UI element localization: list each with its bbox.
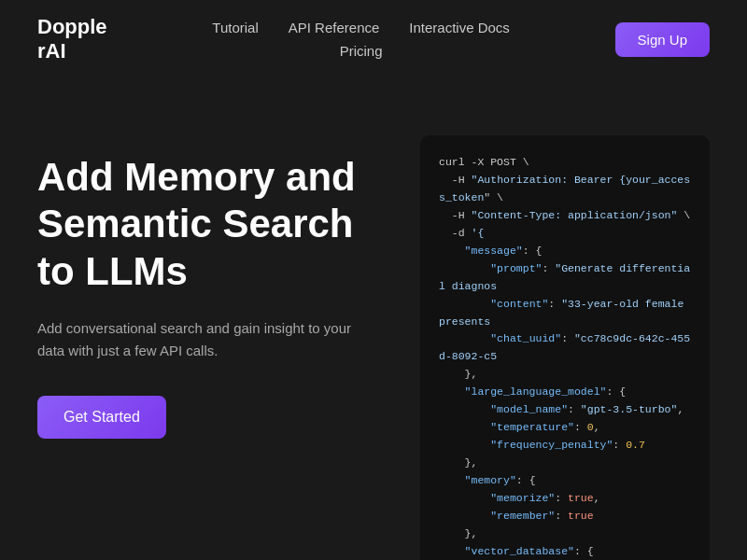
hero-title: Add Memory and Semantic Search to LLMs <box>37 154 383 295</box>
nav-link-tutorial[interactable]: Tutorial <box>212 20 258 35</box>
code-panel: curl -X POST \ -H "Authorization: Bearer… <box>420 135 710 560</box>
nav-link-api-reference[interactable]: API Reference <box>289 20 380 35</box>
code-block: curl -X POST \ -H "Authorization: Bearer… <box>439 154 691 560</box>
hero-subtitle: Add conversational search and gain insig… <box>37 317 355 362</box>
logo: Dopple rAI <box>37 15 107 64</box>
nav-link-interactive-docs[interactable]: Interactive Docs <box>409 20 510 35</box>
hero-content: Add Memory and Semantic Search to LLMs A… <box>37 135 383 439</box>
signup-button[interactable]: Sign Up <box>615 22 710 57</box>
nav-wrapper: Tutorial API Reference Interactive Docs … <box>212 20 510 59</box>
nav-link-pricing[interactable]: Pricing <box>340 43 383 59</box>
get-started-button[interactable]: Get Started <box>37 396 166 439</box>
